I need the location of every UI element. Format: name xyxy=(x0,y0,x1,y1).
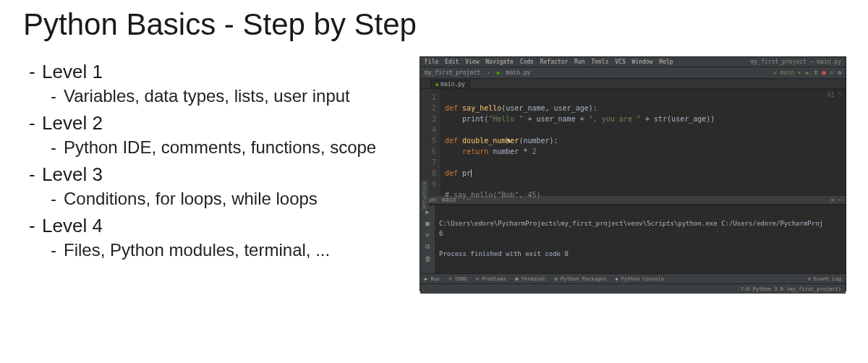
code-body[interactable]: def say_hello(user_name, user_age): prin… xyxy=(441,89,715,196)
tool-window-controls[interactable]: ✕ — xyxy=(831,197,841,203)
run-button[interactable]: ▶ xyxy=(806,69,809,76)
menu-item[interactable]: Tools xyxy=(591,59,608,65)
debug-button[interactable]: ⧗ xyxy=(814,69,818,77)
breadcrumb-file[interactable]: main.py xyxy=(506,69,531,76)
code-editor[interactable]: 1 2 3 4 5 6 7 8 9 def say_hello(user_nam… xyxy=(420,89,846,196)
level-label: Level 2 xyxy=(42,112,103,134)
editor-tab[interactable]: ● main.py xyxy=(430,80,470,88)
bottom-tab[interactable]: ▶ Run xyxy=(425,276,440,282)
gear-icon[interactable]: ⚙ xyxy=(838,69,841,76)
bottom-tab[interactable]: ⊘ Problems xyxy=(476,276,506,282)
tab-label: main.py xyxy=(441,81,465,87)
menu-item[interactable]: Code xyxy=(520,59,534,65)
level-item: -Level 2 xyxy=(29,112,420,134)
trash-icon[interactable]: 🗑 xyxy=(425,255,431,262)
ide-window: File Edit View Navigate Code Refactor Ru… xyxy=(420,56,846,291)
menu-item[interactable]: Edit xyxy=(445,59,459,65)
outline-list: -Level 1 -Variables, data types, lists, … xyxy=(0,56,420,291)
stop-icon[interactable]: ■ xyxy=(425,220,429,227)
bottom-tab[interactable]: ◆ Python Console xyxy=(615,276,663,282)
level-label: Level 4 xyxy=(42,215,103,236)
filter-icon[interactable]: ⧉ xyxy=(425,243,430,251)
text-cursor xyxy=(471,169,472,177)
structure-tool-tab[interactable]: Structure xyxy=(420,180,429,210)
level-label: Level 3 xyxy=(42,163,103,185)
level-desc: -Variables, data types, lists, user inpu… xyxy=(51,86,420,106)
bottom-tab[interactable]: ⊞ Python Packages xyxy=(555,276,607,282)
menu-item[interactable]: Refactor xyxy=(540,59,569,65)
python-file-icon: ● xyxy=(497,70,500,76)
run-output[interactable]: C:\Users\edore\PycharmProjects\my_first_… xyxy=(435,205,827,273)
menu-item[interactable]: View xyxy=(465,59,479,65)
menu-item[interactable]: Help xyxy=(659,59,673,65)
run-config-label[interactable]: ✔ main ▾ xyxy=(773,69,801,76)
stop-button[interactable]: ■ xyxy=(822,69,826,76)
cursor-pointer-icon: ↖ xyxy=(507,136,511,144)
level-item: -Level 4 xyxy=(29,215,420,237)
search-icon[interactable]: ⌕ xyxy=(830,69,833,76)
menu-item[interactable]: Navigate xyxy=(485,59,514,65)
inspection-hint[interactable]: A1 ^ xyxy=(827,92,841,98)
bottom-tab[interactable]: ▣ Terminal xyxy=(515,276,545,282)
event-log-button[interactable]: ⊙ Event Log xyxy=(808,276,841,282)
bottom-tab[interactable]: ≡ TODO xyxy=(448,276,467,282)
menu-item[interactable]: VCS xyxy=(615,59,625,65)
level-desc: -Files, Python modules, terminal, ... xyxy=(51,240,420,260)
window-title: my_first_project – main.py xyxy=(751,59,841,65)
run-tool-side-icons: ▶ ■ ≡ ⧉ 🗑 xyxy=(420,205,435,273)
breadcrumb: my_first_project › ● main.py xyxy=(425,69,533,76)
menu-item[interactable]: Window xyxy=(632,59,653,65)
level-item: -Level 3 xyxy=(29,163,420,186)
status-text: 7:6 Python 3.9 (my_first_project) xyxy=(741,286,841,292)
level-item: -Level 1 xyxy=(29,61,420,83)
python-file-icon: ● xyxy=(435,82,438,87)
level-desc: -Conditions, for loops, while loops xyxy=(51,189,420,209)
layout-icon[interactable]: ≡ xyxy=(425,231,429,239)
bottom-tool-buttons: ▶ Run ≡ TODO ⊘ Problems ▣ Terminal ⊞ Pyt… xyxy=(425,276,670,282)
level-desc: -Python IDE, comments, functions, scope xyxy=(51,137,420,158)
chevron-right-icon: › xyxy=(487,69,490,76)
slide-title: Python Basics - Step by Step xyxy=(23,7,868,42)
menu-item[interactable]: File xyxy=(425,59,438,65)
breadcrumb-project[interactable]: my_first_project xyxy=(425,69,480,76)
menu-item[interactable]: Run xyxy=(574,59,584,65)
menu-bar: File Edit View Navigate Code Refactor Ru… xyxy=(425,59,676,65)
level-label: Level 1 xyxy=(42,61,103,82)
